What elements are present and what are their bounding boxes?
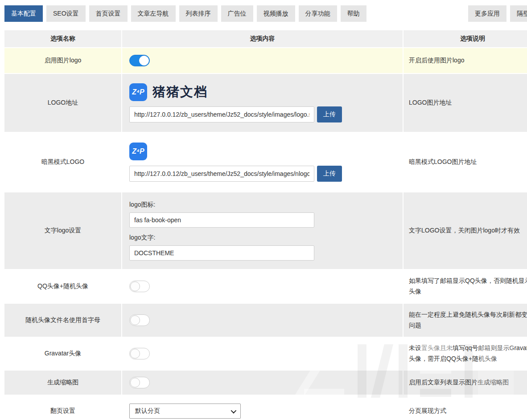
tab-help[interactable]: 帮助: [341, 5, 366, 22]
toggle-knob: [130, 349, 140, 359]
option-desc: 开启后使用图片logo: [403, 48, 527, 73]
tab-share[interactable]: 分享功能: [299, 5, 337, 22]
option-name: 暗黑模式LOGO: [4, 133, 121, 192]
logo-text-label: logo文字:: [129, 234, 155, 242]
option-name: 启用图片logo: [4, 48, 121, 73]
option-name: 翻页设置: [4, 396, 121, 420]
logo-icon-label: logo图标:: [129, 201, 155, 209]
option-desc: 启用后文章列表显示图片生成缩略图: [403, 371, 527, 395]
option-desc: 未设置头像且未填写qq号邮箱则显示Gravatar头像，需开启QQ头像+随机头像: [403, 338, 527, 370]
chevron-down-icon: [231, 408, 237, 413]
logo-icon-input[interactable]: [129, 212, 314, 228]
row-enable-image-logo: 启用图片logo 开启后使用图片logo: [4, 48, 527, 73]
option-desc: 分页展现方式: [403, 396, 527, 420]
tab-seo[interactable]: SEO设置: [46, 5, 86, 22]
row-gravatar: Gravatar头像 未设置头像且未填写qq号邮箱则显示Gravatar头像，需…: [4, 338, 527, 370]
row-dark-logo: 暗黑模式LOGO Z⁴P 上传 暗黑模式LOGO图片地址: [4, 133, 527, 192]
logo-url-input[interactable]: [129, 106, 314, 122]
row-qq-avatar: QQ头像+随机头像 如果填写了邮箱显示QQ头像，否则随机显示头像: [4, 270, 527, 303]
toggle-knob: [130, 281, 140, 291]
option-desc: LOGO图片地址: [403, 74, 527, 132]
tab-ad-slot[interactable]: 广告位: [221, 5, 253, 22]
zzp-dark-logo-icon: Z⁴P: [129, 143, 147, 160]
zzp-logo-icon: Z⁴P: [129, 83, 147, 101]
toggle-knob: [130, 378, 140, 387]
option-name: 随机头像文件名使用首字母: [4, 304, 121, 337]
settings-table: 选项名称 选项内容 选项说明 启用图片logo 开启后使用图片logo LOGO…: [4, 30, 527, 420]
settings-tab-bar-right: 更多应用 隔壁老: [468, 5, 527, 22]
option-desc: 文字LOGO设置，关闭图片logo时才有效: [403, 192, 527, 269]
qq-avatar-toggle[interactable]: [129, 281, 150, 292]
toggle-knob: [139, 56, 149, 65]
pagination-select[interactable]: 默认分页: [129, 404, 241, 419]
enable-image-logo-toggle[interactable]: [129, 55, 150, 66]
row-random-avatar-initial: 随机头像文件名使用首字母 能在一定程度上避免随机头像每次刷新都变的问题: [4, 304, 527, 337]
tab-basic-config[interactable]: 基本配置: [4, 5, 43, 22]
tab-video-play[interactable]: 视频播放: [257, 5, 295, 22]
random-avatar-initial-toggle[interactable]: [129, 314, 150, 326]
dark-logo-upload-button[interactable]: 上传: [317, 166, 342, 182]
tab-more-apps[interactable]: 更多应用: [468, 5, 506, 22]
option-name: LOGO地址: [4, 74, 121, 132]
dark-logo-url-input[interactable]: [129, 166, 314, 182]
option-desc: 暗黑模式LOGO图片地址: [403, 133, 527, 192]
col-header-content: 选项内容: [122, 30, 403, 47]
row-pagination: 翻页设置 默认分页 分页展现方式: [4, 396, 527, 420]
row-thumbnail: 生成缩略图 启用后文章列表显示图片生成缩略图: [4, 371, 527, 395]
option-name: QQ头像+随机头像: [4, 270, 121, 303]
brand-name-text: 猪猪文档: [152, 83, 208, 101]
option-name: 生成缩略图: [4, 371, 121, 395]
col-header-name: 选项名称: [4, 30, 121, 47]
tab-article-left-nav[interactable]: 文章左导航: [131, 5, 176, 22]
option-desc: 能在一定程度上避免随机头像每次刷新都变的问题: [403, 304, 527, 337]
option-desc: 如果填写了邮箱显示QQ头像，否则随机显示头像: [403, 270, 527, 303]
tab-gebilao[interactable]: 隔壁老: [510, 5, 527, 22]
tab-list-sort[interactable]: 列表排序: [179, 5, 218, 22]
pagination-select-value: 默认分页: [135, 407, 160, 415]
toggle-knob: [130, 315, 140, 325]
option-name: Gravatar头像: [4, 338, 121, 370]
gravatar-toggle[interactable]: [129, 348, 150, 359]
thumbnail-toggle[interactable]: [129, 377, 150, 388]
row-text-logo: 文字logo设置 logo图标: logo文字: 文字LOGO设置，关闭图片lo…: [4, 192, 527, 269]
logo-text-input[interactable]: [129, 245, 314, 261]
table-header-row: 选项名称 选项内容 选项说明: [4, 30, 527, 47]
logo-preview: Z⁴P 猪猪文档: [129, 83, 208, 101]
row-logo-url: LOGO地址 Z⁴P 猪猪文档 上传 LOGO图片地址: [4, 74, 527, 132]
logo-upload-button[interactable]: 上传: [317, 106, 342, 122]
settings-tab-bar: 基本配置 SEO设置 首页设置 文章左导航 列表排序 广告位 视频播放 分享功能…: [4, 5, 366, 22]
tab-homepage[interactable]: 首页设置: [89, 5, 128, 22]
option-name: 文字logo设置: [4, 192, 121, 269]
col-header-desc: 选项说明: [403, 30, 527, 47]
